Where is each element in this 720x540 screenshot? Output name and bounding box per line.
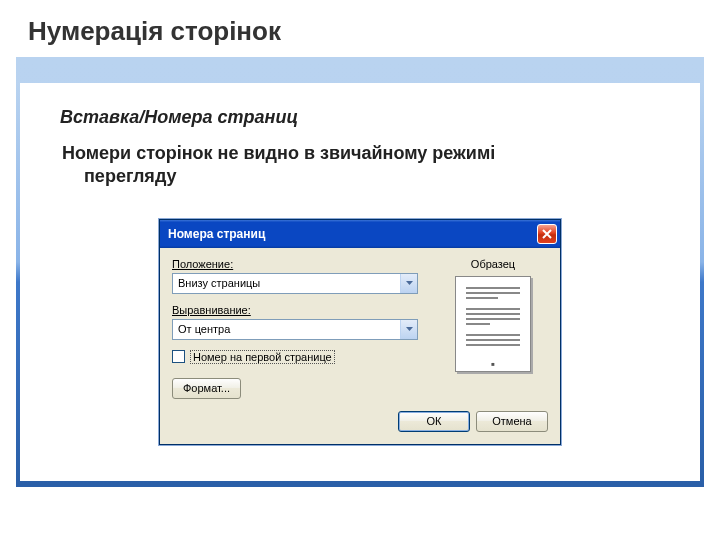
cancel-button[interactable]: Отмена — [476, 411, 548, 432]
first-page-label: Номер на первой странице — [190, 350, 335, 364]
align-label-text: Выравнивание: — [172, 304, 251, 316]
position-combo-arrow[interactable] — [400, 274, 417, 293]
note-line-1: Номери сторінок не видно в звичайному ре… — [62, 143, 495, 163]
ok-button[interactable]: ОК — [398, 411, 470, 432]
align-combo[interactable]: От центра — [172, 319, 418, 340]
chevron-down-icon — [406, 327, 413, 331]
first-page-checkbox[interactable] — [172, 350, 185, 363]
close-button[interactable] — [537, 224, 557, 244]
right-column: Образец ■ — [438, 258, 548, 399]
align-value: От центра — [178, 323, 230, 335]
content-frame: Вставка/Номера страниц Номери сторінок н… — [16, 57, 704, 487]
preview-page-number: ■ — [456, 361, 530, 367]
dialog-body: Положение: Внизу страницы Выравнивание: … — [160, 248, 560, 411]
left-column: Положение: Внизу страницы Выравнивание: … — [172, 258, 418, 399]
chevron-down-icon — [406, 281, 413, 285]
position-value: Внизу страницы — [178, 277, 260, 289]
align-label: Выравнивание: — [172, 304, 418, 316]
preview-page: ■ — [455, 276, 531, 372]
position-label: Положение: — [172, 258, 418, 270]
first-page-row[interactable]: Номер на первой странице — [172, 350, 418, 364]
dialog-titlebar[interactable]: Номера страниц — [160, 220, 560, 248]
preview-label: Образец — [438, 258, 548, 270]
position-label-text: Положение: — [172, 258, 233, 270]
page-numbers-dialog: Номера страниц Положение: Внизу страницы — [159, 219, 561, 445]
dialog-title: Номера страниц — [168, 227, 265, 241]
menu-path-text: Вставка/Номера страниц — [60, 107, 660, 128]
close-icon — [542, 229, 552, 239]
align-combo-arrow[interactable] — [400, 320, 417, 339]
slide-title: Нумерація сторінок — [0, 0, 720, 57]
format-button[interactable]: Формат... — [172, 378, 241, 399]
dialog-footer: ОК Отмена — [160, 411, 560, 444]
position-combo[interactable]: Внизу страницы — [172, 273, 418, 294]
note-text: Номери сторінок не видно в звичайному ре… — [60, 142, 660, 189]
note-line-2: перегляду — [62, 165, 660, 188]
